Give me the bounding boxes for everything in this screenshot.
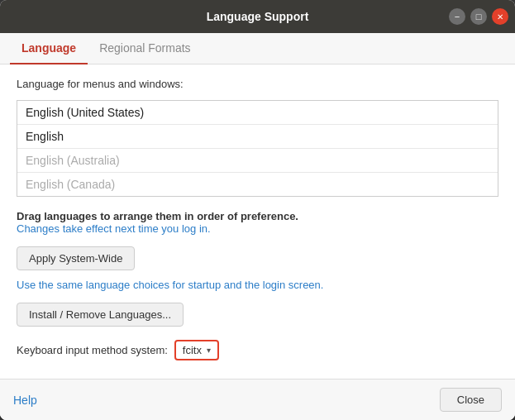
window-controls: − □ <box>449 8 508 25</box>
language-support-window: Language Support − □ Language Regional F… <box>0 0 515 420</box>
window-content: Language Regional Formats Language for m… <box>0 33 515 420</box>
window-title: Language Support <box>207 10 309 23</box>
drag-notice-bold: Drag languages to arrange them in order … <box>17 210 498 222</box>
main-content: Language for menus and windows: English … <box>0 64 515 379</box>
titlebar: Language Support − □ <box>0 0 515 33</box>
list-item[interactable]: English (United States) <box>17 101 498 125</box>
chevron-down-icon: ▾ <box>207 346 211 355</box>
install-remove-button[interactable]: Install / Remove Languages... <box>17 303 184 327</box>
tab-regional-formats[interactable]: Regional Formats <box>88 33 203 64</box>
keyboard-method-value: fcitx <box>183 344 202 356</box>
list-item[interactable]: English (Canada) <box>17 173 498 196</box>
keyboard-method-dropdown[interactable]: fcitx ▾ <box>174 340 219 360</box>
close-window-button[interactable] <box>492 8 508 25</box>
keyboard-label: Keyboard input method system: <box>17 344 168 356</box>
tab-bar: Language Regional Formats <box>0 33 515 64</box>
section-label: Language for menus and windows: <box>17 78 498 90</box>
tab-language[interactable]: Language <box>10 33 88 64</box>
minimize-button[interactable]: − <box>449 8 465 25</box>
drag-notice: Drag languages to arrange them in order … <box>17 210 498 235</box>
apply-system-wide-button[interactable]: Apply System-Wide <box>17 246 135 270</box>
footer: Help Close <box>0 379 515 420</box>
maximize-button[interactable]: □ <box>470 8 487 25</box>
close-button[interactable]: Close <box>440 388 502 412</box>
drag-notice-link: Changes take effect next time you log in… <box>17 222 498 235</box>
list-item[interactable]: English (Australia) <box>17 149 498 173</box>
keyboard-input-row: Keyboard input method system: fcitx ▾ <box>17 340 498 360</box>
help-link[interactable]: Help <box>13 394 37 407</box>
language-list: English (United States) English English … <box>17 100 498 197</box>
apply-note: Use the same language choices for startu… <box>17 279 498 291</box>
list-item[interactable]: English <box>17 125 498 149</box>
